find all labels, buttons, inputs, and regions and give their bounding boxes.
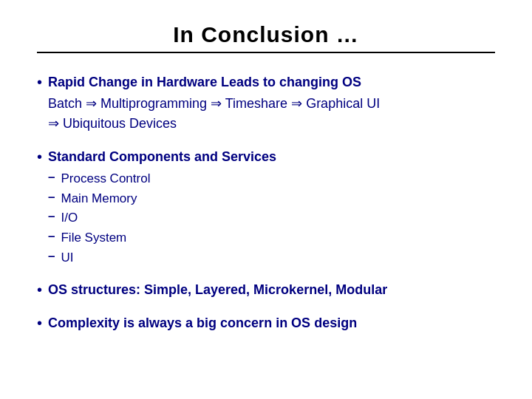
- sub-item-2-4: – File System: [48, 229, 276, 248]
- sub-list-2: – Process Control – Main Memory – I/O – …: [48, 170, 276, 267]
- bullet-label-1: Rapid Change in Hardware Leads to changi…: [48, 72, 380, 92]
- bullet-dot-4: •: [37, 315, 42, 332]
- sub-label-2-1: Process Control: [61, 170, 150, 188]
- bullet-dot-3: •: [37, 282, 42, 299]
- sub-label-2-3: I/O: [61, 209, 78, 228]
- bullet-subtext-1: Batch ⇒ Multiprogramming ⇒ Timeshare ⇒ G…: [48, 94, 380, 134]
- bullet-dot-2: •: [37, 149, 42, 166]
- sub-label-2-4: File System: [61, 229, 126, 248]
- dash-icon-1: –: [48, 170, 55, 185]
- bullet-text-2: Standard Components and Services – Proce…: [48, 147, 276, 267]
- title-area: In Conclusion …: [37, 22, 495, 53]
- bullet-label-4: Complexity is always a big concern in OS…: [48, 313, 357, 333]
- sub-item-2-1: – Process Control: [48, 170, 276, 188]
- content-area: • Rapid Change in Hardware Leads to chan…: [37, 72, 495, 333]
- slide-title: In Conclusion …: [37, 22, 495, 47]
- bullet-item-3: • OS structures: Simple, Layered, Microk…: [37, 280, 495, 300]
- dash-icon-4: –: [48, 229, 55, 244]
- sub-label-2-2: Main Memory: [61, 190, 137, 208]
- bullet-label-3: OS structures: Simple, Layered, Microker…: [48, 280, 387, 300]
- dash-icon-5: –: [48, 249, 55, 264]
- title-underline: [37, 52, 495, 53]
- sub-item-2-3: – I/O: [48, 209, 276, 228]
- bullet-label-2: Standard Components and Services: [48, 147, 276, 167]
- dash-icon-3: –: [48, 209, 55, 224]
- bullet-text-1: Rapid Change in Hardware Leads to changi…: [48, 72, 380, 134]
- bullet-dot-1: •: [37, 74, 42, 91]
- sub-item-2-2: – Main Memory: [48, 190, 276, 208]
- sub-label-2-5: UI: [61, 249, 73, 267]
- bullet-item-2: • Standard Components and Services – Pro…: [37, 147, 495, 267]
- bullet-item-1: • Rapid Change in Hardware Leads to chan…: [37, 72, 495, 134]
- bullet-item-4: • Complexity is always a big concern in …: [37, 313, 495, 333]
- sub-item-2-5: – UI: [48, 249, 276, 267]
- dash-icon-2: –: [48, 190, 55, 205]
- slide: In Conclusion … • Rapid Change in Hardwa…: [0, 0, 532, 399]
